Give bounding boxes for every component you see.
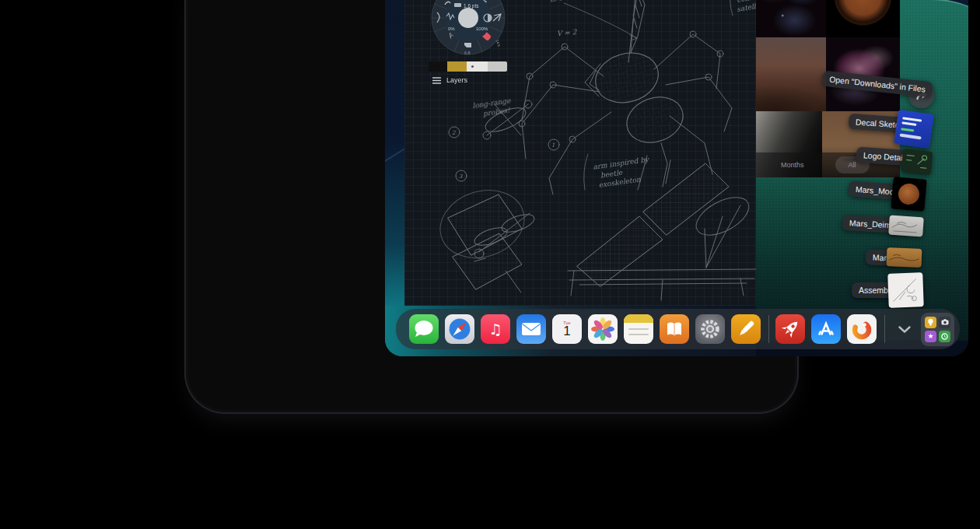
swatch-gold[interactable] [447,61,467,72]
settings-app-icon[interactable] [695,314,725,344]
ipad-device: connect to solar comms satellite V = 2 l… [184,0,799,414]
messages-app-icon[interactable] [409,314,439,344]
layers-panel-header[interactable]: Layers [432,76,467,84]
music-app-icon[interactable]: ♫ [481,314,510,344]
annotation-marker-1: 1 [551,142,555,149]
size-label-bottom: 6.8 [464,51,471,55]
layers-menu-icon [432,77,441,84]
photos-app-icon[interactable] [588,314,618,344]
swatch-selector-dot [471,65,474,68]
app-library-icon[interactable]: ★ [921,313,954,346]
drag-thumb-assembly[interactable] [887,272,924,308]
calendar-app-icon[interactable]: Tue 1 [552,314,582,344]
color-puck[interactable] [458,8,478,28]
opacity-max-label: 100% [476,26,488,31]
opacity-min-label: 0% [448,26,455,31]
annotation-marker-2: 2 [452,130,456,136]
color-strip[interactable] [429,61,507,72]
tool-wheel[interactable]: 1.6 A 7.3 [431,0,506,56]
color-app-icon[interactable] [847,314,877,344]
mini-lightbulb-icon [925,317,936,328]
photos-panel: Months All [756,0,968,356]
annotation-version: V = 2 [557,28,579,37]
ipad-screen: connect to solar comms satellite V = 2 l… [385,0,968,356]
rocket-app-icon[interactable] [775,314,805,344]
concepts-canvas[interactable]: connect to solar comms satellite V = 2 l… [404,0,756,306]
mini-camera-icon [939,317,950,328]
swatch-black[interactable] [429,61,447,72]
mini-clock-icon [939,331,950,342]
mail-app-icon[interactable] [516,314,546,344]
mini-star-icon: ★ [925,331,936,342]
dock: ♫ Tue 1 [396,309,960,349]
size-label-lower-right: 14.5 [495,39,501,47]
dock-divider [884,315,885,343]
calendar-day: 1 [563,324,570,338]
sketch-pen-app-icon[interactable] [731,314,761,344]
chevron-down-icon [898,326,911,333]
books-app-icon[interactable] [660,314,689,344]
stroke-rows-icon [454,3,461,7]
drag-thumb-decal[interactable] [894,110,934,149]
app-store-app-icon[interactable] [811,314,841,344]
drag-thumb-mars-model[interactable] [891,177,926,212]
layers-label: Layers [446,76,467,84]
swatch-white[interactable] [467,61,488,72]
dock-collapse-button[interactable] [893,314,916,344]
annotation-marker-3: 3 [459,173,463,180]
panel-dim-overlay [756,0,968,356]
notes-app-icon[interactable] [624,314,653,344]
drag-thumb-logo[interactable] [901,149,933,175]
drag-thumb-mars[interactable] [887,247,922,268]
dock-divider [768,315,769,343]
swatch-gray[interactable] [488,61,507,72]
drag-thumb-mars-deimos[interactable] [888,215,924,236]
safari-app-icon[interactable] [445,314,474,344]
wallpaper-left-strip [385,0,406,356]
